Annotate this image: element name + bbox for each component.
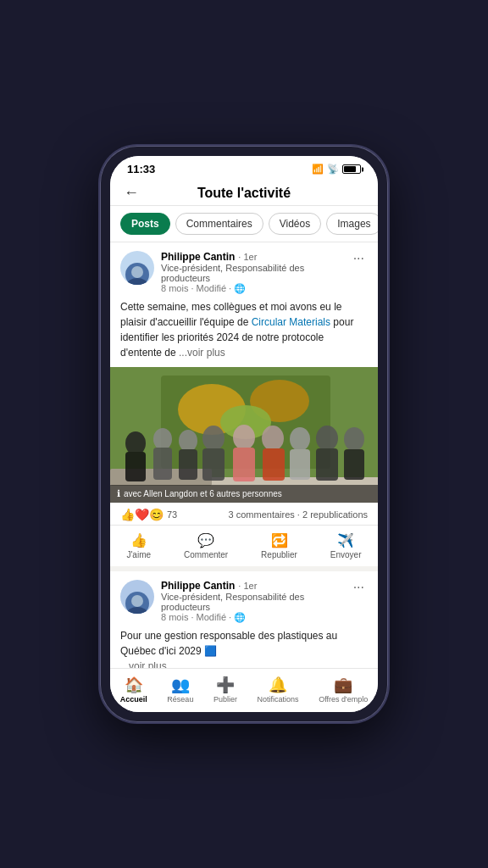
- see-more-1[interactable]: ...voir plus: [179, 347, 225, 359]
- nav-notifications[interactable]: 🔔 Notifications: [251, 674, 306, 705]
- signal-icon: 📶: [312, 164, 324, 175]
- phone-screen: 11:33 📶 📡 ← Toute l'activité Posts Comme…: [110, 156, 378, 712]
- home-icon: 🏠: [125, 676, 143, 694]
- info-icon: ℹ: [117, 488, 120, 499]
- emoji-3: 😊: [149, 508, 164, 521]
- comment-button[interactable]: 💬 Commenter: [177, 529, 235, 563]
- svg-rect-18: [263, 448, 285, 481]
- svg-rect-24: [344, 449, 364, 480]
- avatar-person-1: [125, 263, 149, 285]
- jobs-label: Offres d'emplo: [319, 695, 368, 704]
- post-connection-1: · 1er: [238, 252, 257, 262]
- network-icon: 👥: [171, 676, 190, 694]
- publish-icon: ➕: [216, 676, 235, 694]
- post-author-1[interactable]: Philippe Cantin: [161, 251, 235, 263]
- post-author-line-1: Philippe Cantin · 1er: [161, 251, 343, 263]
- emoji-2: ❤️: [135, 508, 149, 521]
- post-time-1: 8 mois · Modifié · 🌐: [161, 283, 343, 294]
- send-icon: ✈️: [337, 532, 354, 548]
- nav-emploi[interactable]: 💼 Offres d'emplo: [312, 674, 374, 705]
- content-area: Philippe Cantin · 1er Vice-président, Re…: [110, 242, 378, 668]
- image-caption: avec Allen Langdon et 6 autres personnes: [124, 489, 282, 498]
- svg-rect-12: [179, 449, 197, 480]
- svg-rect-22: [316, 448, 338, 481]
- post-header-2: Philippe Cantin · 1er Vice-président, Re…: [110, 571, 378, 628]
- repost-icon: 🔁: [271, 532, 288, 548]
- post-text-2: Pour une gestion responsable des plastiq…: [110, 628, 378, 668]
- comment-icon: 💬: [197, 532, 214, 548]
- emoji-1: 👍: [120, 508, 135, 521]
- battery-fill: [344, 166, 356, 172]
- svg-point-11: [179, 430, 197, 452]
- post-image-overlay: ℹ avec Allen Langdon et 6 autres personn…: [110, 485, 378, 503]
- post-job-title-2: Vice-président, Responsabilité des produ…: [161, 592, 343, 612]
- post-highlight[interactable]: Circular Materials: [252, 316, 330, 328]
- publish-label: Publier: [214, 695, 237, 704]
- filter-tabs: Posts Commentaires Vidéos Images A+: [110, 206, 378, 242]
- post-connection-2: · 1er: [238, 581, 257, 591]
- tab-videos[interactable]: Vidéos: [269, 213, 321, 235]
- post-time-2: 8 mois · Modifié · 🌐: [161, 612, 343, 623]
- post-meta-1: Philippe Cantin · 1er Vice-président, Re…: [161, 251, 343, 294]
- back-button[interactable]: ←: [124, 184, 144, 202]
- battery-icon: [342, 164, 361, 174]
- svg-point-19: [290, 427, 310, 451]
- svg-rect-8: [125, 452, 146, 481]
- post-reactions-1: 👍 ❤️ 😊 73 3 commentaires · 2 republicati…: [110, 503, 378, 526]
- send-button[interactable]: ✈️ Envoyer: [324, 529, 369, 563]
- post-options-1[interactable]: ···: [350, 251, 368, 266]
- svg-rect-10: [153, 448, 172, 480]
- post-card-1: Philippe Cantin · 1er Vice-président, Re…: [110, 242, 378, 566]
- comment-label: Commenter: [184, 550, 228, 559]
- send-label: Envoyer: [330, 550, 362, 559]
- post-job-title-1: Vice-président, Responsabilité des produ…: [161, 263, 343, 283]
- bottom-nav: 🏠 Accueil 👥 Réseau ➕ Publier 🔔 Notificat…: [110, 668, 378, 712]
- post-actions-1: 👍 J'aime 💬 Commenter 🔁 Republier ✈️ Envo…: [110, 526, 378, 566]
- avatar-1: [120, 251, 154, 285]
- status-time: 11:33: [127, 163, 155, 175]
- post-author-2[interactable]: Philippe Cantin: [161, 580, 235, 592]
- status-icons: 📶 📡: [312, 164, 361, 175]
- svg-point-23: [344, 427, 364, 451]
- post-text-2-content: Pour une gestion responsable des plastiq…: [120, 630, 337, 657]
- see-more-2[interactable]: ...voir plus: [120, 660, 167, 668]
- reaction-stats-1: 3 commentaires · 2 republications: [229, 509, 368, 520]
- like-label: J'aime: [126, 550, 151, 559]
- svg-point-21: [316, 426, 338, 451]
- reaction-emojis-1: 👍 ❤️ 😊: [120, 508, 164, 521]
- jobs-icon: 💼: [334, 676, 352, 694]
- nav-publier[interactable]: ➕ Publier: [207, 674, 244, 705]
- svg-point-9: [153, 428, 172, 450]
- post-meta-2: Philippe Cantin · 1er Vice-président, Re…: [161, 580, 343, 623]
- avatar-person-2: [125, 592, 149, 614]
- svg-rect-16: [233, 448, 255, 481]
- svg-point-15: [233, 425, 255, 450]
- home-label: Accueil: [120, 695, 147, 704]
- reaction-left-1: 👍 ❤️ 😊 73: [120, 508, 177, 521]
- nav-accueil[interactable]: 🏠 Accueil: [114, 674, 154, 705]
- post-header-1: Philippe Cantin · 1er Vice-président, Re…: [110, 242, 378, 299]
- tab-commentaires[interactable]: Commentaires: [175, 213, 263, 235]
- like-button[interactable]: 👍 J'aime: [119, 529, 158, 563]
- notifications-label: Notifications: [258, 695, 299, 704]
- post-card-2: Philippe Cantin · 1er Vice-président, Re…: [110, 571, 378, 668]
- svg-point-7: [125, 431, 146, 455]
- svg-rect-14: [202, 448, 225, 481]
- nav-bar: ← Toute l'activité: [110, 179, 378, 206]
- tab-posts[interactable]: Posts: [120, 213, 170, 235]
- notifications-icon: 🔔: [269, 676, 287, 694]
- status-bar: 11:33 📶 📡: [110, 156, 378, 179]
- nav-reseau[interactable]: 👥 Réseau: [160, 674, 200, 705]
- post-author-line-2: Philippe Cantin · 1er: [161, 580, 343, 592]
- tab-images[interactable]: Images: [326, 213, 378, 235]
- page-title: Toute l'activité: [144, 186, 344, 201]
- repost-label: Republier: [261, 550, 297, 559]
- wifi-icon: 📡: [327, 164, 339, 175]
- post-options-2[interactable]: ···: [350, 580, 368, 595]
- reaction-count-1: 73: [167, 509, 177, 520]
- network-label: Réseau: [167, 695, 193, 704]
- post-text-1: Cette semaine, mes collègues et moi avon…: [110, 299, 378, 367]
- svg-point-17: [262, 426, 284, 451]
- svg-point-13: [202, 426, 225, 451]
- repost-button[interactable]: 🔁 Republier: [254, 529, 304, 563]
